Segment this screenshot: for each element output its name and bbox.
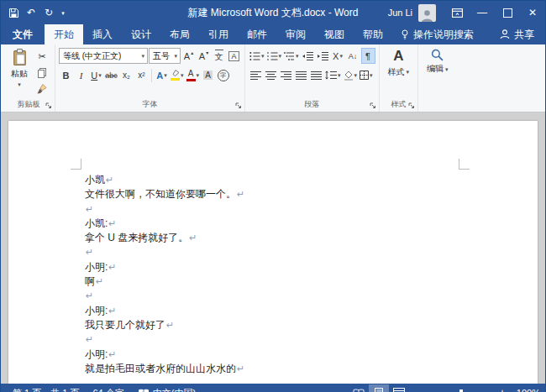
- text-effects-button[interactable]: A▾: [155, 67, 169, 83]
- numbering-button[interactable]: ▾: [266, 48, 283, 64]
- editing-button[interactable]: 编辑▾: [422, 46, 454, 99]
- subscript-button[interactable]: x₂: [119, 67, 134, 83]
- zoom-slider-thumb[interactable]: [459, 389, 463, 392]
- bold-button[interactable]: B: [59, 67, 73, 83]
- enclose-characters-button[interactable]: 字: [216, 67, 230, 83]
- align-center-button[interactable]: [264, 67, 278, 83]
- dialog-launcher-icon: [235, 102, 242, 109]
- paragraph-dialog-launcher[interactable]: [369, 102, 377, 110]
- borders-button[interactable]: ▾: [359, 67, 374, 83]
- maximize-button[interactable]: [495, 1, 520, 24]
- chevron-down-icon: ▾: [164, 72, 167, 78]
- grow-font-button[interactable]: A▴: [181, 48, 196, 64]
- tab-design[interactable]: 设计: [122, 24, 160, 44]
- pilcrow-icon: ¶: [365, 51, 370, 61]
- justify-icon: [296, 71, 307, 80]
- font-name-select[interactable]: 等线 (中文正文)▾: [59, 48, 148, 64]
- copy-button[interactable]: [33, 65, 51, 80]
- status-bar: 第 1 页，共 1 页 64 个字 中文(中国) − + 100%: [1, 384, 545, 392]
- tab-references[interactable]: 引用: [199, 24, 238, 44]
- tab-home[interactable]: 开始: [45, 24, 83, 44]
- tab-help[interactable]: 帮助: [354, 24, 392, 44]
- paragraph-mark-icon: ↵: [108, 262, 116, 272]
- ribbon-tab-bar: 文件 开始 插入 设计 布局 引用 邮件 审阅 视图 帮助 操作说明搜索 共享: [1, 24, 545, 44]
- doc-line: 小明:↵: [85, 348, 538, 362]
- read-mode-icon: [353, 389, 365, 392]
- strikethrough-button[interactable]: abc: [104, 67, 118, 83]
- tell-me-search[interactable]: 操作说明搜索: [392, 24, 482, 44]
- close-button[interactable]: ✕: [520, 1, 545, 24]
- justify-button[interactable]: [294, 67, 308, 83]
- decrease-indent-button[interactable]: [301, 48, 315, 64]
- line-spacing-button[interactable]: ▾: [324, 67, 342, 83]
- doc-line: ↵: [85, 245, 538, 259]
- superscript-button[interactable]: x²: [134, 67, 149, 83]
- tab-insert[interactable]: 插入: [83, 24, 122, 44]
- shrink-font-button[interactable]: A▾: [197, 48, 211, 64]
- print-layout-button[interactable]: [369, 384, 389, 392]
- tab-review[interactable]: 审阅: [276, 24, 315, 44]
- highlight-color-button[interactable]: ▾: [170, 67, 185, 83]
- show-formatting-marks-button[interactable]: ¶: [361, 48, 375, 64]
- multilevel-list-button[interactable]: ▾: [283, 48, 300, 64]
- bullets-button[interactable]: ▾: [249, 48, 265, 64]
- zoom-out-button[interactable]: −: [414, 387, 426, 392]
- proofing-status[interactable]: 中文(中国): [131, 384, 202, 392]
- character-border-button[interactable]: A: [227, 48, 241, 64]
- cut-button[interactable]: ✂: [33, 50, 51, 64]
- paragraph-mark-icon: ↵: [189, 233, 197, 243]
- margin-crop-mark-left: [71, 159, 81, 170]
- paste-button[interactable]: 粘贴 ▾: [6, 46, 33, 99]
- format-painter-icon: [37, 84, 47, 94]
- clipboard-dialog-launcher[interactable]: [45, 102, 53, 110]
- user-name[interactable]: Jun Li: [388, 8, 412, 18]
- font-size-select[interactable]: 五号▾: [149, 48, 181, 64]
- sort-button[interactable]: A↓: [346, 48, 360, 64]
- undo-button[interactable]: ↶: [23, 3, 39, 23]
- tab-file[interactable]: 文件: [1, 24, 45, 44]
- minimize-icon: —: [477, 7, 487, 18]
- asian-layout-button[interactable]: X▾: [331, 48, 345, 64]
- dialog-launcher-icon: [370, 102, 376, 109]
- highlighter-icon: [171, 70, 180, 81]
- shading-button[interactable]: ▾: [343, 67, 359, 83]
- user-avatar[interactable]: [418, 4, 436, 22]
- font-dialog-launcher[interactable]: [234, 102, 243, 110]
- doc-line: 啊↵: [85, 274, 538, 289]
- character-shading-button[interactable]: A: [201, 67, 215, 83]
- tab-view[interactable]: 视图: [315, 24, 354, 44]
- zoom-in-button[interactable]: +: [496, 387, 508, 392]
- read-mode-button[interactable]: [349, 384, 369, 392]
- plus-icon: +: [499, 387, 505, 392]
- page-number-status[interactable]: 第 1 页，共 1 页: [6, 384, 86, 392]
- phonetic-guide-button[interactable]: 文: [212, 48, 226, 64]
- numbering-icon: [267, 52, 278, 60]
- paragraph-group: ▾ ▾ ▾ X▾: [245, 44, 380, 112]
- customize-quick-access-button[interactable]: ▾: [58, 3, 68, 23]
- align-left-button[interactable]: [249, 67, 263, 83]
- share-button[interactable]: 共享: [489, 24, 545, 44]
- ribbon-display-options-icon: [452, 8, 463, 18]
- zoom-level[interactable]: 100%: [513, 388, 540, 392]
- tab-layout[interactable]: 布局: [160, 24, 199, 44]
- ribbon-display-options-button[interactable]: [444, 1, 470, 24]
- save-button[interactable]: [5, 3, 22, 23]
- redo-button[interactable]: ↻: [40, 3, 57, 23]
- increase-indent-button[interactable]: [316, 48, 330, 64]
- minimize-button[interactable]: —: [470, 1, 495, 24]
- format-painter-button[interactable]: [33, 81, 51, 96]
- tab-mailings[interactable]: 邮件: [238, 24, 276, 44]
- word-count-status[interactable]: 64 个字: [86, 384, 130, 392]
- paragraph-mark-icon: ↵: [96, 276, 103, 286]
- align-right-button[interactable]: [279, 67, 293, 83]
- document-page[interactable]: 小凯↵ 文件很大啊，不知道你要哪一个。↵ ↵ 小凯:↵ 拿个 U 盘来拷就好了。…: [8, 121, 538, 384]
- styles-dialog-launcher[interactable]: [407, 102, 416, 110]
- font-color-button[interactable]: A ▾: [186, 67, 201, 83]
- styles-button[interactable]: A 样式▾: [383, 46, 415, 99]
- web-layout-button[interactable]: [389, 384, 409, 392]
- save-icon: [8, 8, 19, 18]
- distribute-button[interactable]: [309, 67, 323, 83]
- underline-button[interactable]: U▾: [89, 67, 103, 83]
- italic-button[interactable]: I: [74, 67, 88, 83]
- chevron-down-icon: ▾: [197, 72, 200, 78]
